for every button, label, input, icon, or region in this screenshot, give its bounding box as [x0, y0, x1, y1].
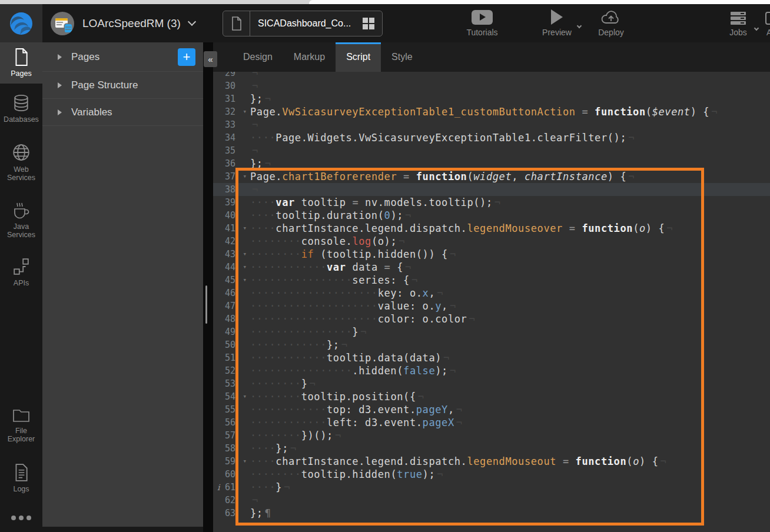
- preview-label: Preview: [542, 28, 572, 37]
- code-line-40[interactable]: 40····tooltip.duration(0);¬: [213, 209, 770, 222]
- code-line-53[interactable]: 53········}¬: [213, 377, 770, 390]
- code-line-61[interactable]: i61····}¬: [213, 481, 770, 494]
- collapsed-triangle-icon[interactable]: [58, 54, 62, 60]
- tab-style[interactable]: Style: [381, 42, 423, 72]
- code-line-63[interactable]: 63};¶: [213, 507, 770, 520]
- code-line-57[interactable]: 57········})();¬: [213, 429, 770, 442]
- code-line-29[interactable]: 29¬: [213, 72, 770, 79]
- code-line-31[interactable]: 31};¬: [213, 92, 770, 105]
- fold-arrow-icon[interactable]: ▾: [243, 222, 247, 235]
- preview-chevron-icon[interactable]: [577, 24, 582, 28]
- jobs-stack-icon: [731, 9, 746, 25]
- add-page-button[interactable]: +: [178, 48, 195, 66]
- gutter-cell: 39: [213, 196, 250, 209]
- code-line-51[interactable]: 51············tooltip.data(data)¬: [213, 351, 770, 364]
- code-line-43[interactable]: 43▾········if (tooltip.hidden()) {¬: [213, 248, 770, 261]
- sidebar-label-file-explorer: File Explorer: [1, 427, 41, 444]
- accordion-section-variables[interactable]: Variables: [42, 99, 203, 126]
- fold-arrow-icon[interactable]: ▾: [243, 455, 247, 468]
- gutter-cell: 52: [213, 364, 250, 377]
- project-name: LOArcSpeedRM (3): [82, 17, 181, 30]
- fold-arrow-icon[interactable]: ▾: [243, 390, 247, 403]
- line-number: 41: [225, 222, 235, 235]
- accordion-section-page-structure[interactable]: Page Structure: [42, 72, 203, 99]
- code-line-49[interactable]: 49················}¬: [213, 325, 770, 338]
- gutter-cell: 42: [213, 235, 250, 248]
- code-text: ¬: [250, 183, 770, 196]
- code-text: Page.VwSicasurveyExceptionTable1_customB…: [250, 105, 770, 118]
- project-avatar: [51, 12, 74, 35]
- code-line-37[interactable]: 37▾Page.chart1Beforerender = function(wi…: [213, 170, 770, 183]
- panel-scrollbar[interactable]: [205, 285, 207, 324]
- code-line-46[interactable]: 46····················key: o.x,¬: [213, 287, 770, 300]
- code-line-56[interactable]: 56············left: d3.event.pageX¬: [213, 416, 770, 429]
- code-line-41[interactable]: 41▾····chartInstance.legend.dispatch.leg…: [213, 222, 770, 235]
- code-line-30[interactable]: 30¬: [213, 79, 770, 92]
- sidebar-item-more[interactable]: [0, 510, 42, 526]
- java-services-icon: [12, 201, 31, 219]
- code-line-44[interactable]: 44▾············var data = {¬: [213, 261, 770, 274]
- sidebar-item-databases[interactable]: Databases: [0, 88, 42, 129]
- youtube-icon: [472, 9, 493, 25]
- tab-markup[interactable]: Markup: [283, 42, 336, 72]
- tutorials-label: Tutorials: [466, 28, 497, 37]
- sidebar-item-web-services[interactable]: Web Services: [0, 137, 42, 188]
- collapsed-triangle-icon[interactable]: [58, 109, 62, 115]
- code-line-35[interactable]: 35¬: [213, 144, 770, 157]
- line-number: 60: [225, 468, 235, 481]
- fold-arrow-icon[interactable]: ▾: [243, 170, 247, 183]
- wavemaker-logo[interactable]: [0, 4, 42, 42]
- collapse-panel-button[interactable]: «: [204, 51, 217, 67]
- sidebar-item-file-explorer[interactable]: File Explorer: [0, 402, 42, 450]
- tab-script[interactable]: Script: [336, 42, 381, 72]
- sidebar-item-java-services[interactable]: Java Services: [0, 195, 42, 245]
- code-line-59[interactable]: 59▾····chartInstance.legend.dispatch.leg…: [213, 455, 770, 468]
- gutter-cell: 44▾: [213, 261, 250, 274]
- code-line-52[interactable]: 52················.hidden(false);¬: [213, 364, 770, 377]
- top-bar: LOArcSpeedRM (3) SICADashboard_Co... Tut…: [0, 4, 770, 42]
- code-line-62[interactable]: 62¬: [213, 494, 770, 507]
- pages-panel: Pages + Page Structure Variables: [42, 42, 203, 527]
- preview-button[interactable]: Preview: [532, 4, 582, 42]
- fold-arrow-icon[interactable]: ▾: [243, 248, 247, 261]
- collapsed-triangle-icon[interactable]: [58, 82, 62, 88]
- jobs-button[interactable]: Jobs: [723, 4, 754, 42]
- code-text: ····················value: o.y,¬: [250, 300, 770, 312]
- code-line-38[interactable]: 38¬: [213, 183, 770, 196]
- apis-icon: [12, 258, 30, 275]
- code-line-33[interactable]: 33¬: [213, 118, 770, 131]
- tab-design[interactable]: Design: [233, 42, 283, 72]
- code-line-48[interactable]: 48····················color: o.color¬: [213, 312, 770, 325]
- artifacts-button[interactable]: Art: [754, 4, 770, 42]
- accordion-section-pages[interactable]: Pages +: [42, 42, 203, 72]
- code-line-54[interactable]: 54▾········tooltip.position({¬: [213, 390, 770, 403]
- fold-arrow-icon[interactable]: ▾: [243, 105, 247, 118]
- gutter-cell: 47: [213, 300, 250, 312]
- code-line-42[interactable]: 42········console.log(o);¬: [213, 235, 770, 248]
- sidebar-item-pages[interactable]: Pages: [0, 42, 42, 84]
- code-line-47[interactable]: 47····················value: o.y,¬: [213, 300, 770, 312]
- code-line-34[interactable]: 34····Page.Widgets.VwSicasurveyException…: [213, 131, 770, 144]
- line-number: 48: [225, 312, 235, 325]
- sidebar-item-logs[interactable]: Logs: [0, 458, 42, 499]
- project-switcher[interactable]: LOArcSpeedRM (3): [51, 4, 195, 42]
- page-grid-icon[interactable]: [363, 18, 374, 29]
- code-line-32[interactable]: 32▾Page.VwSicasurveyExceptionTable1_cust…: [213, 105, 770, 118]
- fold-arrow-icon[interactable]: ▾: [243, 274, 247, 287]
- fold-arrow-icon[interactable]: ▾: [243, 261, 247, 274]
- code-line-60[interactable]: 60········tooltip.hidden(true);¬: [213, 468, 770, 481]
- code-line-55[interactable]: 55············top: d3.event.pageY,¬: [213, 403, 770, 416]
- info-icon[interactable]: i: [217, 481, 220, 494]
- code-line-45[interactable]: 45▾················series: {¬: [213, 274, 770, 287]
- code-line-50[interactable]: 50············};¬: [213, 338, 770, 351]
- page-selector[interactable]: SICADashboard_Co...: [223, 11, 383, 36]
- code-line-39[interactable]: 39····var tooltip = nv.models.tooltip();…: [213, 196, 770, 209]
- sidebar-item-apis[interactable]: APIs: [0, 252, 42, 293]
- code-line-58[interactable]: 58····};¬: [213, 442, 770, 455]
- tutorials-button[interactable]: Tutorials: [456, 4, 508, 42]
- script-code-editor[interactable]: 29¬30¬31};¬32▾Page.VwSicasurveyException…: [213, 72, 770, 532]
- code-line-36[interactable]: 36};¬: [213, 157, 770, 170]
- deploy-button[interactable]: Deploy: [590, 4, 632, 42]
- chevron-down-icon[interactable]: [188, 17, 196, 25]
- gutter-cell: 37▾: [213, 170, 250, 183]
